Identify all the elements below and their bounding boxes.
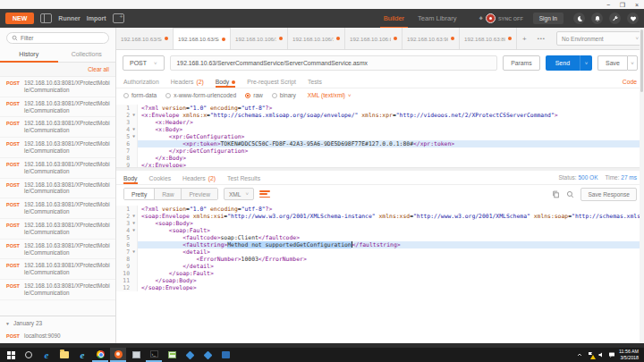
body-mode-raw[interactable]: raw [245, 92, 263, 98]
list-item[interactable]: POST192.168.10.63:8081/XProtectMobile/Co… [0, 77, 115, 97]
tab-headers[interactable]: Headers(2) [171, 75, 204, 88]
save-dropdown-caret[interactable]: ˅ [627, 55, 638, 71]
list-item[interactable]: POST192.168.10.63:8081/XProtectMobile/Co… [0, 240, 115, 260]
response-tab-cookies[interactable]: Cookies [149, 171, 172, 184]
settings-wrench-icon[interactable] [609, 13, 621, 24]
body-mode-x-www-form-urlencoded[interactable]: x-www-form-urlencoded [165, 92, 236, 98]
theme-moon-icon[interactable] [573, 13, 585, 24]
list-item[interactable]: POST localhost:9090 [0, 330, 115, 343]
fold-arrow-icon[interactable]: ▼ [131, 133, 135, 140]
add-tab-button[interactable]: + [517, 28, 532, 49]
view-mode-preview[interactable]: Preview [182, 189, 216, 199]
body-mode-binary[interactable]: binary [272, 92, 296, 98]
maximize-button[interactable]: ❐ [615, 0, 630, 9]
new-window-icon[interactable] [113, 13, 124, 23]
tab-collections[interactable]: Collections [58, 47, 116, 62]
tray-expand-icon[interactable] [576, 351, 583, 358]
postman-icon[interactable] [110, 348, 126, 362]
runner-button[interactable]: Runner [58, 15, 80, 21]
request-tab[interactable]: 192.168.10.63/Se [116, 28, 174, 49]
response-tab-headers[interactable]: Headers(2) [182, 171, 216, 184]
response-tab-test-results[interactable]: Test Results [227, 171, 260, 184]
code-link[interactable]: Code [623, 79, 637, 85]
command-prompt-icon[interactable]: ›_ [146, 348, 162, 362]
file-explorer-icon[interactable] [56, 348, 72, 362]
new-button[interactable]: NEW [5, 13, 34, 24]
close-button[interactable]: × [630, 0, 644, 9]
fold-arrow-icon[interactable]: ▼ [131, 213, 135, 220]
fold-arrow-icon[interactable]: ▼ [131, 220, 135, 227]
wrap-lines-icon[interactable] [259, 189, 270, 198]
sign-in-button[interactable]: Sign In [533, 13, 564, 24]
list-item[interactable]: POST192.168.10.63:8081/XProtectMobile/Co… [0, 97, 115, 118]
notepad-icon[interactable] [164, 348, 180, 362]
body-mode-form-data[interactable]: form-data [123, 92, 157, 98]
tab-body[interactable]: Body [216, 75, 236, 88]
view-mode-pretty[interactable]: Pretty [124, 189, 155, 199]
fold-arrow-icon[interactable]: ▼ [131, 227, 135, 234]
response-tab-body[interactable]: Body [123, 171, 138, 184]
import-button[interactable]: Import [87, 15, 106, 21]
method-select[interactable]: POST˅ [123, 55, 165, 71]
app-diamond-icon[interactable] [199, 348, 216, 362]
save-button[interactable]: Save [597, 55, 627, 71]
search-response-icon[interactable] [566, 190, 574, 198]
favorites-heart-icon[interactable] [627, 13, 639, 24]
list-item[interactable]: POST192.168.10.63:8081/XProtectMobile/Co… [0, 117, 115, 138]
send-button[interactable]: Send [546, 55, 580, 71]
edge-icon[interactable]: e [38, 348, 55, 362]
view-mode-raw[interactable]: Raw [155, 189, 182, 199]
more-tabs-button[interactable]: ••• [532, 28, 551, 49]
fold-arrow-icon[interactable]: ▼ [131, 112, 135, 119]
nav-builder[interactable]: Builder [380, 11, 408, 26]
send-dropdown-caret[interactable]: ˅ [580, 55, 592, 71]
network-app-icon[interactable] [217, 348, 233, 362]
content-type-select[interactable]: XML (text/xml)˅ [308, 92, 352, 98]
list-item[interactable]: POST192.168.10.63:8081/XProtectMobile/Co… [0, 280, 115, 300]
list-item[interactable]: POST192.168.10.63:8081/XProtectMobile/Co… [0, 138, 115, 158]
tab-tests[interactable]: Tests [308, 75, 322, 88]
chat-icon[interactable] [608, 351, 615, 358]
clock[interactable]: 11:56 AM3/5/2018 [619, 349, 639, 361]
clear-all-link[interactable]: Clear all [88, 66, 109, 72]
chrome-icon[interactable] [92, 348, 108, 362]
fold-arrow-icon[interactable]: ▼ [131, 126, 135, 133]
response-body-editor[interactable]: 1<?xml version="1.0" encoding="utf-8"?>2… [116, 203, 644, 343]
params-button[interactable]: Params [503, 55, 539, 71]
request-tab[interactable]: 192.168.10.106:8 [345, 28, 402, 49]
notifications-bell-icon[interactable] [591, 13, 603, 24]
volume-icon[interactable] [597, 351, 605, 358]
action-center-flag-icon[interactable] [587, 351, 594, 358]
request-tab[interactable]: 192.168.10.106/1 [231, 28, 288, 49]
list-item[interactable]: POST192.168.10.63:8081/XProtectMobile/Co… [0, 158, 115, 179]
filter-input[interactable] [21, 35, 101, 41]
list-item[interactable]: POST192.168.10.63:8081/XProtectMobile/Co… [0, 179, 115, 199]
request-tab[interactable]: 192.168.10.106/1 [288, 28, 345, 49]
fold-arrow-icon[interactable]: ▼ [131, 248, 135, 256]
app-diamond-icon[interactable] [182, 348, 198, 362]
capture-icon[interactable]: ⌖ [479, 14, 483, 23]
layout-toggle-icon[interactable] [40, 13, 52, 23]
url-input[interactable]: 192.168.10.63/ServerCommandService/Serve… [170, 55, 498, 71]
list-item[interactable]: POST192.168.10.63:8081/XProtectMobile/Co… [0, 198, 115, 219]
request-tab[interactable]: 192.168.10.63/Se [174, 28, 231, 49]
list-item[interactable]: POST192.168.10.63:8081/XProtectMobile/Co… [0, 259, 115, 280]
nav-team-library[interactable]: Team Library [414, 11, 460, 26]
minimize-button[interactable]: − [601, 0, 615, 9]
sync-status-icon[interactable] [486, 13, 496, 23]
scrollbar[interactable] [640, 28, 644, 343]
tab-pre-request-script[interactable]: Pre-request Script [247, 75, 296, 88]
history-group-header[interactable]: ▼ January 23 [0, 316, 115, 330]
start-button-icon[interactable] [3, 348, 19, 362]
remote-desktop-icon[interactable] [128, 348, 144, 362]
request-tab[interactable]: 192.168.10.63:80 [460, 28, 517, 49]
request-tab[interactable]: 192.168.10.63:90 [402, 28, 460, 49]
internet-explorer-icon[interactable]: e [74, 348, 90, 362]
tab-authorization[interactable]: Authorization [123, 75, 159, 88]
tab-history[interactable]: History [0, 47, 58, 62]
response-format-select[interactable]: XML˅ [224, 188, 254, 200]
list-item[interactable]: POST192.168.10.63:8081/XProtectMobile/Co… [0, 219, 115, 240]
save-response-button[interactable]: Save Response [580, 188, 637, 201]
request-body-editor[interactable]: 1<?xml version="1.0" encoding="utf-8"?>2… [116, 102, 644, 168]
copy-icon[interactable] [552, 190, 560, 198]
